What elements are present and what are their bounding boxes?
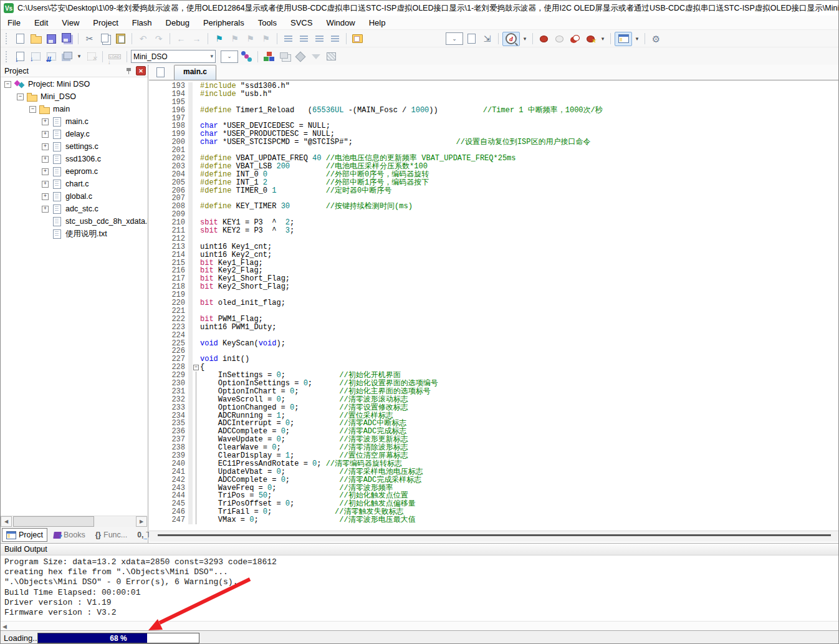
- spread-windows-icon[interactable]: [277, 50, 292, 63]
- menu-window[interactable]: Window: [319, 17, 362, 29]
- build-output-log[interactable]: Program Size: data=13.2 xdata=2850 const…: [1, 555, 838, 621]
- scrollbar-thumb[interactable]: [158, 534, 831, 536]
- scroll-left-icon[interactable]: ◀: [2, 623, 7, 630]
- window-layout-button[interactable]: [615, 32, 632, 46]
- kill-all-breakpoints-icon[interactable]: [583, 32, 598, 46]
- tree-item-adc_stc.c[interactable]: +adc_stc.c: [1, 203, 148, 215]
- editor-tab-mainc[interactable]: main.c: [174, 65, 216, 80]
- menu-svcs[interactable]: SVCS: [284, 17, 319, 29]
- menu-file[interactable]: File: [1, 17, 27, 29]
- stop-build-icon[interactable]: [84, 50, 98, 63]
- project-horizontal-scrollbar[interactable]: ◀ ▶: [1, 516, 147, 527]
- tree-item-eeprom.c[interactable]: +eeprom.c: [1, 165, 148, 178]
- incremental-find-icon[interactable]: ⇲: [480, 32, 494, 46]
- expander-icon[interactable]: +: [42, 118, 49, 125]
- tab-books[interactable]: Books: [50, 529, 89, 541]
- expander-icon[interactable]: +: [42, 206, 49, 213]
- uncomment-selection-icon[interactable]: [328, 32, 342, 46]
- project-tree[interactable]: −Project: Mini DSO−Mini_DSO−main+main.c+…: [1, 78, 148, 515]
- tree-item--.txt[interactable]: 使用说明.txt: [1, 228, 148, 240]
- search-combo[interactable]: ⌄: [446, 32, 463, 45]
- find-in-files-dialog-icon[interactable]: [464, 32, 479, 46]
- target-combo[interactable]: Mini_DSO▾: [131, 50, 216, 63]
- menu-debug[interactable]: Debug: [159, 17, 196, 29]
- menu-peripherals[interactable]: Peripherals: [196, 17, 251, 29]
- expander-icon[interactable]: +: [42, 168, 49, 175]
- menu-project[interactable]: Project: [86, 17, 125, 29]
- tree-item-main[interactable]: −main: [1, 103, 148, 115]
- previous-bookmark-icon[interactable]: ⚑: [243, 32, 257, 46]
- build-output-scrollbar[interactable]: ◀: [1, 621, 838, 631]
- enable-disable-breakpoint-icon[interactable]: [552, 32, 567, 46]
- scrollbar-thumb[interactable]: [13, 516, 94, 527]
- editor-horizontal-scrollbar[interactable]: [149, 531, 838, 542]
- tree-item-global.c[interactable]: +global.c: [1, 190, 148, 203]
- menu-help[interactable]: Help: [362, 17, 393, 29]
- expander-icon[interactable]: −: [4, 81, 11, 88]
- tree-item-mini_dso[interactable]: −Mini_DSO: [1, 90, 148, 103]
- insert-bookmark-icon[interactable]: ⚑: [212, 32, 226, 46]
- expander-icon[interactable]: +: [42, 143, 49, 150]
- cut-icon[interactable]: ✂: [82, 32, 97, 46]
- menu-flash[interactable]: Flash: [125, 17, 159, 29]
- close-icon[interactable]: ✕: [136, 66, 146, 75]
- copy-icon[interactable]: [98, 32, 112, 46]
- expander-icon[interactable]: +: [42, 131, 49, 138]
- save-icon[interactable]: [44, 32, 59, 46]
- comment-selection-icon[interactable]: [312, 32, 327, 46]
- expander-icon[interactable]: −: [17, 94, 24, 100]
- tree-item-settings.c[interactable]: +settings.c: [1, 140, 148, 153]
- build-icon[interactable]: [29, 50, 43, 63]
- tab-project[interactable]: Project: [2, 528, 47, 542]
- new-file-icon[interactable]: [13, 32, 27, 46]
- menu-view[interactable]: View: [55, 17, 86, 29]
- paste-icon[interactable]: [113, 32, 128, 46]
- unindent-icon[interactable]: [281, 32, 295, 46]
- download-icon[interactable]: LOAD: [107, 50, 123, 63]
- open-file-icon[interactable]: [29, 32, 43, 46]
- fold-marker-icon[interactable]: −: [193, 365, 199, 370]
- indent-icon[interactable]: [297, 32, 311, 46]
- menu-edit[interactable]: Edit: [27, 17, 55, 29]
- tree-item-ssd1306.c[interactable]: +ssd1306.c: [1, 153, 148, 165]
- navigate-forward-icon[interactable]: →: [189, 32, 204, 46]
- rebuild-icon[interactable]: [44, 50, 59, 63]
- batch-build-icon[interactable]: [60, 50, 74, 63]
- clear-bookmarks-icon[interactable]: ⚑: [259, 32, 273, 46]
- start-stop-debug-button[interactable]: d: [502, 32, 520, 46]
- insert-breakpoint-icon[interactable]: [537, 32, 551, 46]
- options-for-target-icon[interactable]: [239, 50, 254, 63]
- navigate-back-icon[interactable]: ←: [174, 32, 188, 46]
- filter-icon[interactable]: [309, 50, 323, 63]
- tab-functions[interactable]: {}Func...: [92, 529, 132, 541]
- code-view[interactable]: 193#include "ssd1306.h"194#include "usb.…: [149, 80, 838, 531]
- window-layout-dropdown[interactable]: ▾: [633, 32, 641, 46]
- tree-item-main.c[interactable]: +main.c: [1, 115, 148, 128]
- menu-tools[interactable]: Tools: [251, 17, 284, 29]
- tree-item-stc_usb_cdc_8h_xdata.lib[interactable]: stc_usb_cdc_8h_xdata.LIB: [1, 215, 148, 228]
- target-dropdown[interactable]: ⌄: [221, 50, 238, 63]
- translate-icon[interactable]: [13, 50, 27, 63]
- scroll-right-icon[interactable]: ▶: [136, 516, 147, 527]
- tree-item-delay.c[interactable]: +delay.c: [1, 128, 148, 140]
- undo-icon[interactable]: ↶: [136, 32, 150, 46]
- configure-wrench-icon[interactable]: ⚙: [649, 32, 663, 46]
- expander-icon[interactable]: −: [29, 106, 36, 113]
- batch-build-dropdown[interactable]: ▾: [75, 50, 83, 63]
- tree-item-project-mini-dso[interactable]: −Project: Mini DSO: [1, 78, 148, 90]
- save-all-icon[interactable]: [60, 32, 74, 46]
- expander-icon[interactable]: +: [42, 193, 49, 200]
- expander-icon[interactable]: +: [42, 156, 49, 163]
- breakpoints-dropdown[interactable]: ▾: [599, 32, 606, 46]
- find-in-files-icon[interactable]: [350, 32, 365, 46]
- debug-dropdown[interactable]: ▾: [521, 32, 529, 46]
- scroll-left-icon[interactable]: ◀: [1, 516, 12, 527]
- manage-project-items-icon[interactable]: [262, 50, 276, 63]
- redo-icon[interactable]: ↷: [151, 32, 166, 46]
- expander-icon[interactable]: +: [42, 181, 49, 188]
- mesh-icon[interactable]: [324, 50, 338, 63]
- next-bookmark-icon[interactable]: ⚑: [228, 32, 242, 46]
- disable-all-breakpoints-icon[interactable]: [568, 32, 582, 46]
- tree-item-chart.c[interactable]: +chart.c: [1, 178, 148, 190]
- pin-icon[interactable]: [126, 67, 132, 75]
